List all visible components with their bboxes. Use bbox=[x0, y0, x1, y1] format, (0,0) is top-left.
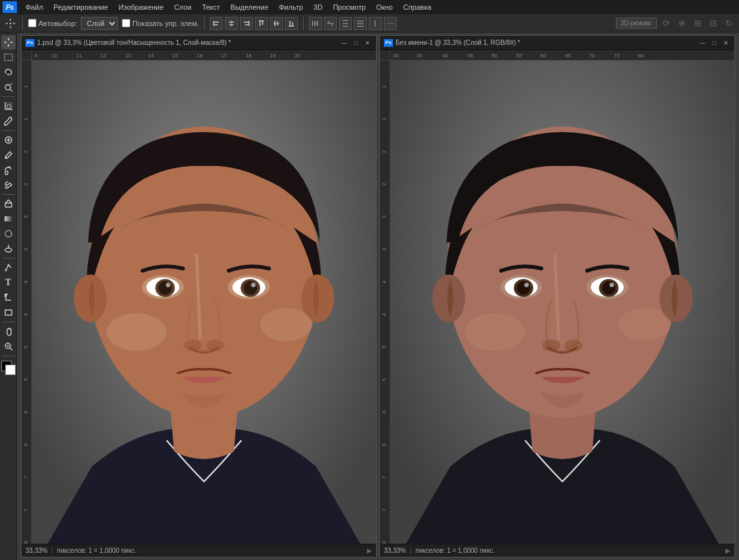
3d-orbit-icon[interactable]: ⟳ bbox=[659, 17, 673, 30]
doc-close-1[interactable]: ✕ bbox=[363, 38, 372, 48]
marquee-tool-btn[interactable] bbox=[1, 50, 16, 64]
svg-point-138 bbox=[517, 281, 530, 295]
options-separator-2 bbox=[204, 17, 205, 30]
menu-edit[interactable]: Редактирование bbox=[49, 2, 113, 12]
blur-btn[interactable] bbox=[1, 227, 16, 241]
svg-point-53 bbox=[7, 264, 9, 266]
menu-file[interactable]: Файл bbox=[21, 2, 48, 12]
move-tool-icon[interactable] bbox=[4, 17, 17, 30]
menu-help[interactable]: Справка bbox=[399, 2, 436, 12]
eyedropper-tool-btn[interactable] bbox=[1, 114, 16, 128]
align-left-btn[interactable] bbox=[210, 17, 223, 30]
svg-rect-17 bbox=[289, 21, 291, 25]
eraser-btn[interactable] bbox=[1, 197, 16, 211]
svg-text:40: 40 bbox=[442, 53, 448, 59]
svg-text:16: 16 bbox=[197, 53, 203, 59]
autoselect-checkbox[interactable] bbox=[28, 19, 36, 27]
dist-top-btn[interactable] bbox=[354, 17, 367, 30]
align-middle-v-btn[interactable] bbox=[270, 17, 283, 30]
svg-rect-42 bbox=[7, 105, 10, 108]
background-color[interactable] bbox=[5, 365, 16, 375]
history-brush-btn[interactable] bbox=[1, 178, 16, 192]
svg-text:3: 3 bbox=[23, 215, 29, 218]
svg-text:7: 7 bbox=[381, 475, 387, 479]
svg-text:2: 2 bbox=[381, 150, 387, 153]
dist-middle-btn[interactable] bbox=[369, 17, 382, 30]
align-center-h-btn[interactable] bbox=[225, 17, 238, 30]
pen-tool-btn[interactable] bbox=[1, 260, 16, 275]
svg-point-0 bbox=[10, 22, 12, 24]
3d-pan-icon[interactable]: ⊕ bbox=[675, 17, 688, 30]
doc-minimize-2[interactable]: — bbox=[698, 38, 707, 48]
zoom-tool-btn[interactable] bbox=[1, 339, 16, 354]
show-controls-checkbox[interactable] bbox=[122, 19, 130, 27]
svg-text:8: 8 bbox=[23, 540, 29, 544]
align-bottom-btn[interactable] bbox=[285, 17, 298, 30]
dist-bottom-btn[interactable] bbox=[384, 17, 397, 30]
move-tool-btn[interactable] bbox=[1, 35, 16, 49]
left-toolbar: T bbox=[0, 33, 17, 560]
doc-maximize-2[interactable]: □ bbox=[710, 38, 719, 48]
hand-tool-btn[interactable] bbox=[1, 324, 16, 339]
menu-text[interactable]: Текст bbox=[197, 2, 225, 12]
clone-stamp-btn[interactable] bbox=[1, 163, 16, 177]
options-separator-1 bbox=[22, 17, 23, 30]
3d-slide-icon[interactable]: ⊟ bbox=[706, 17, 719, 30]
doc-title-2: Без имени-1 @ 33,3% (Слой 1, RGB/8#) * bbox=[396, 39, 695, 46]
menu-window[interactable]: Окно bbox=[371, 2, 398, 12]
svg-text:11: 11 bbox=[76, 53, 82, 59]
svg-text:4: 4 bbox=[381, 280, 387, 283]
autoselect-dropdown[interactable]: Слой bbox=[81, 17, 118, 30]
svg-text:5: 5 bbox=[381, 378, 387, 381]
svg-rect-2 bbox=[214, 21, 219, 23]
svg-point-144 bbox=[609, 283, 614, 287]
distribute-group bbox=[309, 17, 397, 30]
text-tool-btn[interactable]: T bbox=[1, 275, 16, 290]
quick-select-tool-btn[interactable] bbox=[1, 80, 16, 94]
doc-statusbar-2: 33,33% | пикселов: 1 = 1,0000 пикс. ▶ bbox=[380, 544, 734, 557]
crop-tool-btn[interactable] bbox=[1, 99, 16, 113]
svg-text:5: 5 bbox=[23, 378, 29, 381]
svg-rect-4 bbox=[231, 20, 232, 27]
canvas-viewport-1[interactable] bbox=[32, 61, 376, 544]
status-arrow-2[interactable]: ▶ bbox=[725, 547, 731, 554]
color-picker[interactable] bbox=[1, 361, 16, 375]
canvas-viewport-2[interactable] bbox=[390, 61, 734, 544]
menu-view[interactable]: Просмотр bbox=[328, 2, 370, 12]
svg-text:50: 50 bbox=[491, 53, 497, 59]
svg-rect-13 bbox=[273, 23, 280, 23]
svg-text:2: 2 bbox=[381, 182, 387, 186]
dist-right-btn[interactable] bbox=[339, 17, 352, 30]
status-arrow-1[interactable]: ▶ bbox=[367, 547, 372, 554]
dist-center-h-btn[interactable] bbox=[324, 17, 337, 30]
align-top-btn[interactable] bbox=[255, 17, 268, 30]
svg-text:30: 30 bbox=[393, 53, 399, 59]
lasso-tool-btn[interactable] bbox=[1, 65, 16, 79]
tool-sep-2 bbox=[2, 130, 15, 131]
menu-filter[interactable]: Фильтр bbox=[274, 2, 308, 12]
menu-3d[interactable]: 3D bbox=[309, 2, 327, 12]
dist-left-btn[interactable] bbox=[309, 17, 322, 30]
menu-select[interactable]: Выделение bbox=[226, 2, 273, 12]
options-bar: Автовыбор: Слой Показать упр. элем. 3D-р… bbox=[0, 14, 739, 33]
brush-tool-btn[interactable] bbox=[1, 148, 16, 162]
menu-layers[interactable]: Слои bbox=[169, 2, 196, 12]
rectangle-tool-btn[interactable] bbox=[1, 305, 16, 320]
3d-dolly-icon[interactable]: ⊞ bbox=[691, 17, 704, 30]
svg-rect-18 bbox=[292, 22, 293, 25]
doc-maximize-1[interactable]: □ bbox=[351, 38, 360, 48]
doc-minimize-1[interactable]: — bbox=[340, 38, 349, 48]
svg-rect-11 bbox=[259, 21, 261, 26]
align-right-btn[interactable] bbox=[240, 17, 253, 30]
svg-point-106 bbox=[260, 308, 312, 341]
gradient-btn[interactable] bbox=[1, 212, 16, 226]
menu-image[interactable]: Изображение bbox=[114, 2, 168, 12]
svg-point-40 bbox=[5, 85, 10, 90]
path-select-btn[interactable] bbox=[1, 290, 16, 305]
healing-brush-btn[interactable] bbox=[1, 133, 16, 147]
svg-rect-14 bbox=[274, 21, 276, 26]
3d-rotate-icon[interactable]: ↻ bbox=[722, 17, 735, 30]
svg-text:18: 18 bbox=[246, 53, 252, 59]
dodge-btn[interactable] bbox=[1, 242, 16, 256]
doc-close-2[interactable]: ✕ bbox=[721, 38, 731, 48]
